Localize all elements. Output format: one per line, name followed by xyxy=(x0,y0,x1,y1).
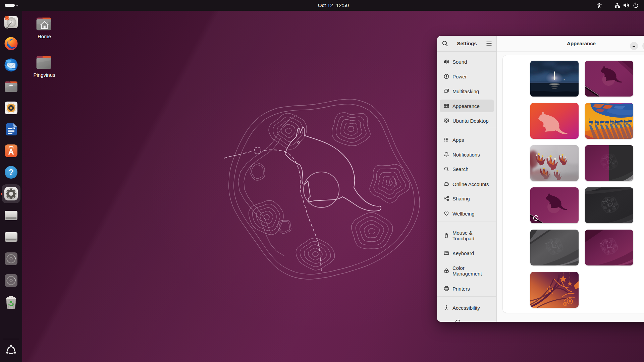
svg-text:?: ? xyxy=(8,167,14,177)
